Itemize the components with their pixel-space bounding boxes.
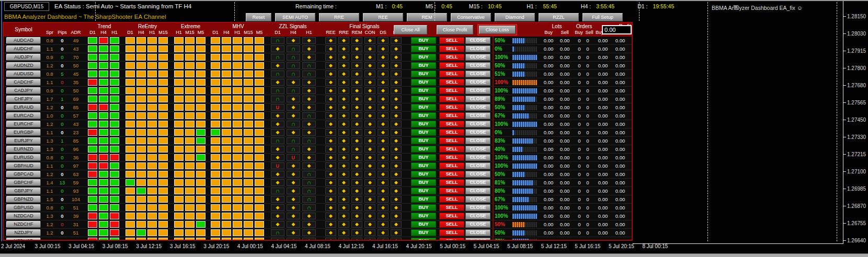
close-button[interactable]: CLOSE — [465, 104, 490, 111]
symbol-button[interactable]: AUDCHF — [6, 45, 41, 52]
buy-button[interactable]: BUY — [411, 204, 436, 211]
symbol-button[interactable]: AUDUSD — [6, 71, 41, 77]
toolbar-button-rem[interactable]: REM — [407, 13, 447, 21]
buy-button[interactable]: BUY — [411, 87, 436, 94]
buy-button[interactable]: BUY — [411, 37, 436, 44]
buy-button[interactable]: BUY — [411, 238, 436, 240]
symbol-button[interactable]: GBPCHF — [6, 179, 41, 186]
buy-button[interactable]: BUY — [411, 112, 436, 119]
symbol-button[interactable]: GBPAUD — [6, 162, 41, 169]
buy-button[interactable]: BUY — [411, 196, 436, 203]
close-all-button[interactable]: Close All — [394, 25, 427, 34]
close-button[interactable]: CLOSE — [465, 71, 490, 77]
sell-button[interactable]: SELL — [439, 45, 464, 52]
symbol-button[interactable]: EURGBP — [6, 129, 41, 136]
close-button[interactable]: CLOSE — [465, 229, 490, 236]
buy-button[interactable]: BUY — [411, 79, 436, 86]
sell-button[interactable]: SELL — [439, 79, 464, 86]
toolbar-button-full-setup[interactable]: Full Setup — [583, 13, 623, 21]
sell-button[interactable]: SELL — [439, 104, 464, 111]
sell-button[interactable]: SELL — [439, 213, 464, 219]
buy-button[interactable]: BUY — [411, 121, 436, 127]
buy-button[interactable]: BUY — [411, 229, 436, 236]
buy-button[interactable]: BUY — [411, 162, 436, 169]
close-button[interactable]: CLOSE — [465, 196, 490, 203]
close-button[interactable]: CLOSE — [465, 154, 490, 161]
sell-button[interactable]: SELL — [439, 171, 464, 178]
sell-button[interactable]: SELL — [439, 154, 464, 161]
close-button[interactable]: CLOSE — [465, 146, 490, 153]
sell-button[interactable]: SELL — [439, 129, 464, 136]
buy-button[interactable]: BUY — [411, 104, 436, 111]
symbol-button[interactable]: EURCHF — [6, 121, 41, 127]
buy-button[interactable]: BUY — [411, 221, 436, 228]
symbol-button[interactable]: NZDUSD — [6, 238, 41, 240]
close-button[interactable]: CLOSE — [465, 238, 490, 240]
sell-button[interactable]: SELL — [439, 137, 464, 144]
symbol-button[interactable]: EURUSD — [6, 154, 41, 161]
toolbar-button-conservative[interactable]: Conservative — [451, 13, 491, 21]
sell-button[interactable]: SELL — [439, 37, 464, 44]
sell-button[interactable]: SELL — [439, 71, 464, 77]
buy-button[interactable]: BUY — [411, 213, 436, 219]
buy-button[interactable]: BUY — [411, 154, 436, 161]
close-button[interactable]: CLOSE — [465, 121, 490, 127]
symbol-button[interactable]: AUDCAD — [6, 37, 41, 44]
symbol-button[interactable]: NZDCHF — [6, 221, 41, 228]
close-button[interactable]: CLOSE — [465, 96, 490, 102]
close-button[interactable]: CLOSE — [465, 87, 490, 94]
symbol-button[interactable]: EURNZD — [6, 146, 41, 153]
sell-button[interactable]: SELL — [439, 204, 464, 211]
close-button[interactable]: CLOSE — [465, 221, 490, 228]
toolbar-button-rzzl[interactable]: RZZL — [539, 13, 579, 21]
symbol-button[interactable]: AUDNZD — [6, 62, 41, 69]
close-button[interactable]: CLOSE — [465, 162, 490, 169]
close-button[interactable]: CLOSE — [465, 45, 490, 52]
sell-button[interactable]: SELL — [439, 146, 464, 153]
close-button[interactable]: CLOSE — [465, 137, 490, 144]
toolbar-button-diamond[interactable]: Diamond — [495, 13, 535, 21]
close-button[interactable]: CLOSE — [465, 213, 490, 219]
sell-button[interactable]: SELL — [439, 221, 464, 228]
buy-button[interactable]: BUY — [411, 45, 436, 52]
sell-button[interactable]: SELL — [439, 121, 464, 127]
close-loss-button[interactable]: Close Loss — [479, 26, 516, 34]
toolbar-button-rre[interactable]: RRE — [319, 13, 359, 21]
symbol-button[interactable]: GBPNZD — [6, 196, 41, 203]
close-button[interactable]: CLOSE — [465, 179, 490, 186]
toolbar-button-semi-auto[interactable]: SEMI AUTO — [275, 13, 315, 21]
sell-button[interactable]: SELL — [439, 179, 464, 186]
close-button[interactable]: CLOSE — [465, 37, 490, 44]
buy-button[interactable]: BUY — [411, 96, 436, 102]
close-button[interactable]: CLOSE — [465, 188, 490, 194]
sell-button[interactable]: SELL — [439, 54, 464, 61]
close-profit-button[interactable]: Close Profit — [437, 25, 473, 34]
close-button[interactable]: CLOSE — [465, 112, 490, 119]
sell-button[interactable]: SELL — [439, 96, 464, 102]
buy-button[interactable]: BUY — [411, 62, 436, 69]
symbol-button[interactable]: GBPUSD — [6, 204, 41, 211]
symbol-button[interactable]: EURAUD — [6, 104, 41, 111]
sell-button[interactable]: SELL — [439, 238, 464, 240]
buy-button[interactable]: BUY — [411, 179, 436, 186]
buy-button[interactable]: BUY — [411, 146, 436, 153]
buy-button[interactable]: BUY — [411, 71, 436, 77]
sell-button[interactable]: SELL — [439, 196, 464, 203]
toolbar-button-ree[interactable]: REE — [363, 13, 403, 21]
symbol-button[interactable]: NZDJPY — [6, 229, 41, 236]
symbol-button[interactable]: GBPJPY — [6, 188, 41, 194]
sell-button[interactable]: SELL — [439, 229, 464, 236]
window-bottom-border[interactable] — [0, 253, 868, 257]
buy-button[interactable]: BUY — [411, 54, 436, 61]
buy-button[interactable]: BUY — [411, 171, 436, 178]
symbol-button[interactable]: CHFJPY — [6, 96, 41, 102]
close-button[interactable]: CLOSE — [465, 171, 490, 178]
close-button[interactable]: CLOSE — [465, 79, 490, 86]
buy-button[interactable]: BUY — [411, 188, 436, 194]
symbol-button[interactable]: CADJPY — [6, 87, 41, 94]
close-button[interactable]: CLOSE — [465, 62, 490, 69]
symbol-button[interactable]: AUDJPY — [6, 54, 41, 61]
symbol-button[interactable]: GBPCAD — [6, 171, 41, 178]
buy-button[interactable]: BUY — [411, 129, 436, 136]
close-button[interactable]: CLOSE — [465, 54, 490, 61]
